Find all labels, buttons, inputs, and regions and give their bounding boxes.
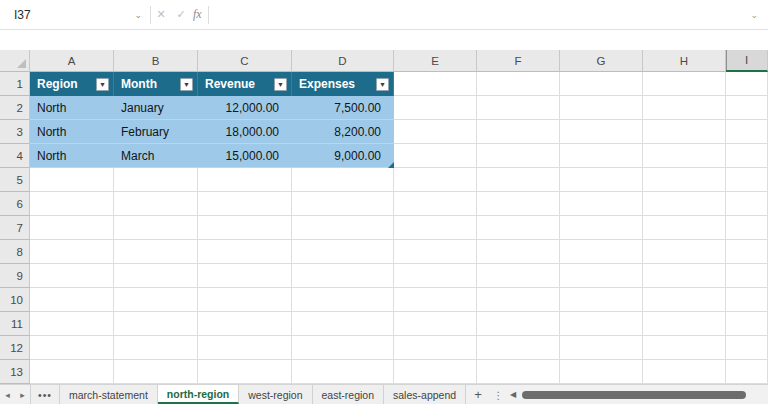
- table-resize-handle[interactable]: [388, 162, 394, 168]
- cell-G6[interactable]: [560, 192, 643, 216]
- row-header-4[interactable]: 4: [0, 144, 30, 168]
- cell-G5[interactable]: [560, 168, 643, 192]
- cell-I4[interactable]: [726, 144, 768, 168]
- scroll-left-icon[interactable]: ◀: [506, 390, 520, 399]
- cell-F13[interactable]: [477, 360, 560, 384]
- cell-F9[interactable]: [477, 264, 560, 288]
- enter-icon[interactable]: ✓: [171, 8, 191, 21]
- cell-E6[interactable]: [394, 192, 477, 216]
- table-cell[interactable]: January: [114, 96, 198, 120]
- cell-H6[interactable]: [643, 192, 726, 216]
- cell-A13[interactable]: [30, 360, 114, 384]
- cell-F11[interactable]: [477, 312, 560, 336]
- cell-B5[interactable]: [114, 168, 198, 192]
- cell-A11[interactable]: [30, 312, 114, 336]
- table-cell[interactable]: 9,000.00: [292, 144, 394, 168]
- cell-A6[interactable]: [30, 192, 114, 216]
- column-header-B[interactable]: B: [114, 50, 198, 72]
- cell-D13[interactable]: [292, 360, 394, 384]
- cell-G10[interactable]: [560, 288, 643, 312]
- cell-C12[interactable]: [198, 336, 292, 360]
- table-cell[interactable]: North: [30, 96, 114, 120]
- row-header-12[interactable]: 12: [0, 336, 30, 360]
- column-header-F[interactable]: F: [477, 50, 560, 72]
- cell-D5[interactable]: [292, 168, 394, 192]
- cancel-icon[interactable]: ✕: [151, 8, 171, 21]
- cell-G2[interactable]: [560, 96, 643, 120]
- formula-bar-input[interactable]: [209, 0, 741, 29]
- cell-A7[interactable]: [30, 216, 114, 240]
- sheet-tab-north-region[interactable]: north-region: [158, 385, 239, 404]
- cell-E13[interactable]: [394, 360, 477, 384]
- row-header-10[interactable]: 10: [0, 288, 30, 312]
- cell-D11[interactable]: [292, 312, 394, 336]
- sheet-nav-right-icon[interactable]: ▸: [15, 385, 30, 404]
- cell-A10[interactable]: [30, 288, 114, 312]
- cell-E5[interactable]: [394, 168, 477, 192]
- cell-B6[interactable]: [114, 192, 198, 216]
- cell-H4[interactable]: [643, 144, 726, 168]
- cell-B12[interactable]: [114, 336, 198, 360]
- cell-F1[interactable]: [477, 72, 560, 96]
- cell-G13[interactable]: [560, 360, 643, 384]
- more-sheets-tab[interactable]: •••: [30, 385, 60, 404]
- cell-F12[interactable]: [477, 336, 560, 360]
- cell-I11[interactable]: [726, 312, 768, 336]
- name-box[interactable]: I37 ⌄: [0, 0, 150, 29]
- cell-E9[interactable]: [394, 264, 477, 288]
- table-cell[interactable]: 7,500.00: [292, 96, 394, 120]
- cell-B9[interactable]: [114, 264, 198, 288]
- table-cell[interactable]: 18,000.00: [198, 120, 292, 144]
- cell-H1[interactable]: [643, 72, 726, 96]
- table-cell[interactable]: 15,000.00: [198, 144, 292, 168]
- cell-A5[interactable]: [30, 168, 114, 192]
- cell-F4[interactable]: [477, 144, 560, 168]
- cell-A9[interactable]: [30, 264, 114, 288]
- cell-E2[interactable]: [394, 96, 477, 120]
- cell-I3[interactable]: [726, 120, 768, 144]
- sheet-tab-east-region[interactable]: east-region: [313, 385, 385, 404]
- table-cell[interactable]: February: [114, 120, 198, 144]
- table-cell[interactable]: North: [30, 120, 114, 144]
- filter-dropdown-icon[interactable]: ▼: [96, 78, 109, 91]
- cell-C8[interactable]: [198, 240, 292, 264]
- cell-F7[interactable]: [477, 216, 560, 240]
- cell-E3[interactable]: [394, 120, 477, 144]
- cell-I6[interactable]: [726, 192, 768, 216]
- cell-G3[interactable]: [560, 120, 643, 144]
- cell-C10[interactable]: [198, 288, 292, 312]
- column-header-E[interactable]: E: [394, 50, 477, 72]
- row-header-3[interactable]: 3: [0, 120, 30, 144]
- sheet-tab-west-region[interactable]: west-region: [239, 385, 312, 404]
- cell-D7[interactable]: [292, 216, 394, 240]
- column-header-C[interactable]: C: [198, 50, 292, 72]
- cell-H13[interactable]: [643, 360, 726, 384]
- cell-D6[interactable]: [292, 192, 394, 216]
- cell-H7[interactable]: [643, 216, 726, 240]
- column-header-G[interactable]: G: [560, 50, 643, 72]
- cell-I2[interactable]: [726, 96, 768, 120]
- cell-A8[interactable]: [30, 240, 114, 264]
- cell-C13[interactable]: [198, 360, 292, 384]
- filter-dropdown-icon[interactable]: ▼: [376, 78, 389, 91]
- filter-dropdown-icon[interactable]: ▼: [274, 78, 287, 91]
- cell-E11[interactable]: [394, 312, 477, 336]
- cell-F5[interactable]: [477, 168, 560, 192]
- cell-H11[interactable]: [643, 312, 726, 336]
- cell-F10[interactable]: [477, 288, 560, 312]
- cell-G4[interactable]: [560, 144, 643, 168]
- table-cell[interactable]: 12,000.00: [198, 96, 292, 120]
- table-header-cell[interactable]: Region ▼: [30, 72, 114, 96]
- row-header-7[interactable]: 7: [0, 216, 30, 240]
- select-all-corner[interactable]: [0, 50, 30, 72]
- cell-A12[interactable]: [30, 336, 114, 360]
- cell-E4[interactable]: [394, 144, 477, 168]
- cell-G9[interactable]: [560, 264, 643, 288]
- row-header-11[interactable]: 11: [0, 312, 30, 336]
- cell-B13[interactable]: [114, 360, 198, 384]
- table-cell[interactable]: March: [114, 144, 198, 168]
- cell-H3[interactable]: [643, 120, 726, 144]
- cell-F2[interactable]: [477, 96, 560, 120]
- formula-bar-expand-icon[interactable]: ⌄: [740, 10, 768, 20]
- horizontal-scrollbar[interactable]: ◀: [506, 385, 768, 404]
